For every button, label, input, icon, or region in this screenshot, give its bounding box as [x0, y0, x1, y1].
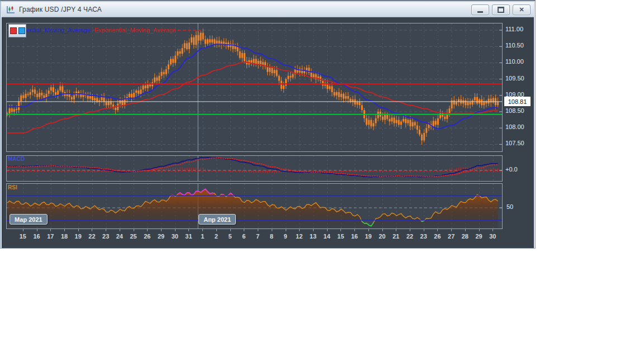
date-label: 30: [489, 233, 496, 240]
ema-fast-label: ential_Moving_Average: [26, 27, 91, 34]
date-label: 15: [20, 233, 26, 240]
price-tick-label: 107.50: [505, 140, 533, 146]
price-tick-label: 110.50: [505, 42, 533, 49]
window-title: График USD /JPY 4 ЧАСА: [19, 6, 102, 13]
date-label: 5: [229, 233, 232, 240]
date-label: 24: [116, 233, 123, 240]
close-icon: ✕: [519, 7, 524, 13]
price-tick-label: 109.50: [505, 75, 533, 82]
rsi-panel-label: RSI: [8, 184, 17, 190]
date-label: 20: [378, 233, 385, 240]
chart-content: MACD RSI ential_Moving_Average Exponenti…: [2, 17, 534, 248]
date-label: 9: [283, 233, 287, 240]
macd-panel[interactable]: [6, 155, 503, 182]
date-label: 16: [33, 233, 40, 240]
price-tick-label: 108.50: [505, 107, 533, 114]
date-label: 7: [256, 233, 259, 240]
date-label: 29: [158, 233, 164, 240]
legend-toggle-box[interactable]: [8, 24, 26, 37]
macd-panel-label: MACD: [8, 156, 25, 162]
date-label: 22: [406, 233, 413, 240]
month-label-apr: Апр 2021: [198, 214, 236, 225]
month-label-mar: Мар 2021: [10, 214, 48, 225]
date-axis[interactable]: 1516171819222324252629303112567891213141…: [2, 233, 534, 242]
candlestick-chart-icon: [6, 6, 15, 14]
macd-zero-label: +0.0: [505, 166, 518, 173]
date-label: 21: [392, 233, 399, 240]
minimize-button[interactable]: [471, 4, 489, 15]
restore-icon: [498, 7, 504, 13]
date-label: 19: [75, 233, 82, 240]
date-label: 17: [47, 233, 54, 240]
date-label: 25: [130, 233, 136, 240]
current-price-label: 108.81: [504, 97, 531, 106]
ema-slow-label: Exponential_Moving_Average: [94, 27, 176, 34]
date-label: 26: [144, 233, 150, 240]
date-label: 16: [351, 233, 358, 240]
rsi-panel[interactable]: [6, 183, 503, 229]
date-tick-row: [2, 229, 534, 232]
price-tick-label: 110.00: [505, 58, 533, 65]
chart-window: График USD /JPY 4 ЧАСА ✕ MACD RSI ential…: [0, 0, 536, 249]
date-label: 15: [337, 233, 344, 240]
price-tick-label: 111.00: [505, 26, 533, 32]
date-label: 13: [310, 233, 316, 240]
date-label: 30: [172, 233, 178, 240]
date-label: 6: [242, 233, 245, 240]
indicator-legend: ential_Moving_Average Exponential_Moving…: [8, 24, 201, 37]
date-label: 14: [324, 233, 330, 240]
ema-fast-swatch-icon[interactable]: [18, 27, 25, 34]
date-label: 2: [215, 233, 218, 240]
date-label: 23: [420, 233, 427, 240]
date-label: 28: [462, 233, 468, 240]
date-label: 19: [365, 233, 372, 240]
date-label: 12: [296, 233, 302, 240]
close-button[interactable]: ✕: [513, 4, 531, 15]
date-label: 22: [88, 233, 95, 240]
ema-slow-swatch-icon[interactable]: [10, 27, 17, 34]
date-label: 18: [61, 233, 68, 240]
price-tick-label: 108.00: [505, 123, 533, 130]
date-label: 31: [185, 233, 192, 240]
titlebar[interactable]: График USD /JPY 4 ЧАСА ✕: [2, 2, 534, 17]
minimize-icon: [477, 11, 483, 13]
legend-dash-decor: [178, 30, 201, 31]
date-label: 26: [434, 233, 441, 240]
date-label: 29: [475, 233, 482, 240]
rsi-mid-label: 50: [506, 203, 513, 210]
date-label: 27: [448, 233, 454, 240]
date-label: 1: [201, 233, 204, 240]
date-label: 23: [102, 233, 109, 240]
date-label: 8: [270, 233, 273, 240]
restore-button[interactable]: [492, 4, 510, 15]
price-chart-panel[interactable]: [6, 23, 503, 152]
